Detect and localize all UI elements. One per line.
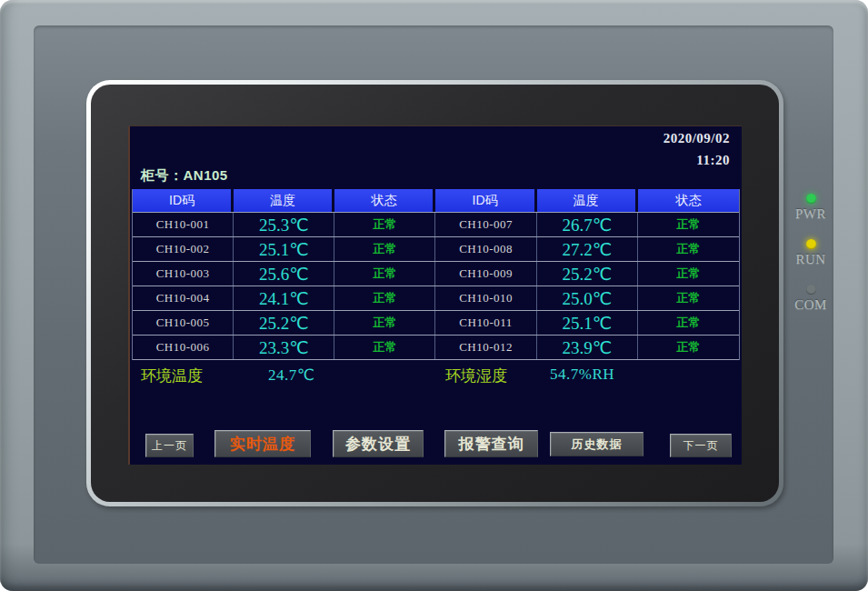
temperature-value: 27.2℃	[537, 237, 638, 261]
temperature-value: 26.7℃	[537, 213, 638, 236]
status-value: 正常	[334, 286, 435, 310]
temperature-value: 25.6℃	[234, 262, 334, 285]
pwr-led-label: PWR	[790, 206, 832, 222]
temperature-value: 23.3℃	[234, 336, 334, 359]
history-data-button[interactable]: 历史数据	[550, 432, 644, 456]
table-header-row: ID码温度状态ID码温度状态	[133, 189, 739, 212]
hmi-device-frame: 2020/09/02 11:20 柜号：AN105 ID码温度状态ID码温度状态…	[0, 0, 868, 591]
table-row: CH10-00525.2℃正常CH10-01125.1℃正常	[133, 310, 739, 335]
status-value: 正常	[638, 237, 739, 261]
temperature-value: 25.2℃	[537, 262, 638, 285]
table-row: CH10-00325.6℃正常CH10-00925.2℃正常	[133, 261, 739, 285]
channel-id: CH10-011	[435, 311, 536, 335]
temperature-value: 25.1℃	[234, 237, 334, 261]
status-value: 正常	[638, 213, 739, 236]
channel-id: CH10-004	[133, 286, 234, 310]
com-led-label: COM	[790, 297, 832, 313]
realtime-temp-button[interactable]: 实时温度	[215, 430, 311, 457]
led-indicator-run: RUN	[790, 239, 832, 267]
led-indicator-com: COM	[790, 285, 832, 313]
temperature-value: 25.0℃	[537, 286, 638, 310]
status-value: 正常	[638, 262, 739, 285]
temperature-value: 25.1℃	[537, 311, 638, 335]
temperature-value: 24.1℃	[234, 286, 334, 310]
temperature-value: 25.3℃	[234, 213, 334, 236]
channel-id: CH10-006	[133, 336, 234, 359]
prev-page-button[interactable]: 上一页	[145, 434, 194, 457]
com-led-icon	[806, 285, 816, 295]
alarm-query-button[interactable]: 报警查询	[444, 430, 538, 457]
status-value: 正常	[334, 213, 435, 236]
ambient-temp-value: 24.7℃	[268, 366, 314, 385]
channel-id: CH10-012	[435, 336, 536, 359]
status-value: 正常	[334, 311, 435, 335]
run-led-label: RUN	[790, 252, 832, 267]
pwr-led-icon	[806, 194, 816, 204]
temperature-table: ID码温度状态ID码温度状态 CH10-00125.3℃正常CH10-00726…	[132, 189, 740, 360]
column-header: 温度	[234, 189, 334, 212]
table-body: CH10-00125.3℃正常CH10-00726.7℃正常CH10-00225…	[133, 212, 739, 360]
channel-id: CH10-003	[133, 262, 234, 285]
table-row: CH10-00623.3℃正常CH10-01223.9℃正常	[133, 335, 739, 359]
table-row: CH10-00225.1℃正常CH10-00827.2℃正常	[133, 236, 739, 261]
table-row: CH10-00125.3℃正常CH10-00726.7℃正常	[133, 212, 739, 236]
table-row: CH10-00424.1℃正常CH10-01025.0℃正常	[133, 285, 739, 310]
status-value: 正常	[638, 286, 739, 310]
time-display: 11:20	[696, 153, 730, 168]
status-value: 正常	[638, 311, 739, 335]
date-display: 2020/09/02	[663, 131, 730, 146]
column-header: ID码	[133, 189, 234, 212]
column-header: 温度	[537, 189, 638, 212]
channel-id: CH10-010	[435, 286, 536, 310]
column-header: 状态	[334, 189, 435, 212]
param-settings-button[interactable]: 参数设置	[333, 430, 424, 457]
cabinet-label: 柜号：AN105	[141, 167, 228, 185]
temperature-value: 25.2℃	[234, 311, 334, 335]
channel-id: CH10-008	[435, 237, 536, 261]
status-value: 正常	[334, 262, 435, 285]
column-header: ID码	[435, 189, 536, 212]
status-value: 正常	[334, 336, 435, 359]
led-column: PWRRUNCOM	[790, 194, 832, 330]
ambient-humidity-value: 54.7%RH	[550, 366, 614, 384]
next-page-button[interactable]: 下一页	[670, 434, 732, 457]
column-header: 状态	[638, 189, 739, 212]
ambient-temp-label: 环境温度	[141, 366, 203, 386]
channel-id: CH10-001	[133, 213, 234, 236]
temperature-value: 23.9℃	[537, 336, 638, 359]
channel-id: CH10-009	[435, 262, 536, 285]
led-indicator-pwr: PWR	[790, 194, 832, 222]
channel-id: CH10-007	[435, 213, 536, 236]
channel-id: CH10-002	[133, 237, 234, 261]
status-value: 正常	[638, 336, 739, 359]
run-led-icon	[806, 239, 816, 249]
ambient-humidity-label: 环境湿度	[445, 366, 507, 386]
status-value: 正常	[334, 237, 435, 261]
lcd-screen: 2020/09/02 11:20 柜号：AN105 ID码温度状态ID码温度状态…	[130, 126, 742, 465]
channel-id: CH10-005	[133, 311, 234, 335]
